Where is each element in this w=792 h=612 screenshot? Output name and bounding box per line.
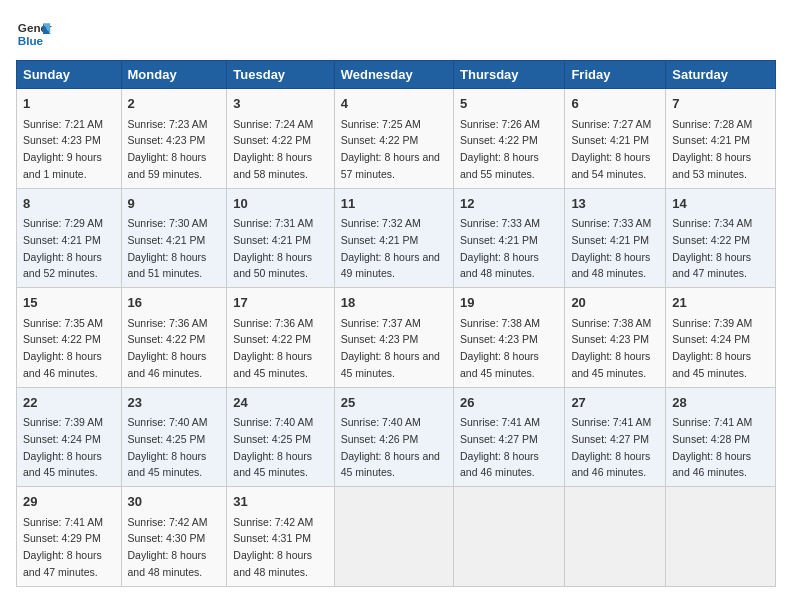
calendar-table: SundayMondayTuesdayWednesdayThursdayFrid… bbox=[16, 60, 776, 587]
col-header-sunday: Sunday bbox=[17, 61, 122, 89]
calendar-cell: 4Sunrise: 7:25 AMSunset: 4:22 PMDaylight… bbox=[334, 89, 453, 189]
cell-info: Sunrise: 7:39 AMSunset: 4:24 PMDaylight:… bbox=[23, 416, 103, 478]
calendar-cell: 18Sunrise: 7:37 AMSunset: 4:23 PMDayligh… bbox=[334, 288, 453, 388]
cell-info: Sunrise: 7:41 AMSunset: 4:27 PMDaylight:… bbox=[571, 416, 651, 478]
day-number: 30 bbox=[128, 492, 221, 512]
day-number: 19 bbox=[460, 293, 558, 313]
cell-info: Sunrise: 7:39 AMSunset: 4:24 PMDaylight:… bbox=[672, 317, 752, 379]
calendar-cell: 28Sunrise: 7:41 AMSunset: 4:28 PMDayligh… bbox=[666, 387, 776, 487]
day-number: 6 bbox=[571, 94, 659, 114]
cell-info: Sunrise: 7:24 AMSunset: 4:22 PMDaylight:… bbox=[233, 118, 313, 180]
calendar-cell: 20Sunrise: 7:38 AMSunset: 4:23 PMDayligh… bbox=[565, 288, 666, 388]
calendar-cell bbox=[666, 487, 776, 587]
cell-info: Sunrise: 7:42 AMSunset: 4:30 PMDaylight:… bbox=[128, 516, 208, 578]
day-number: 4 bbox=[341, 94, 447, 114]
cell-info: Sunrise: 7:27 AMSunset: 4:21 PMDaylight:… bbox=[571, 118, 651, 180]
day-number: 13 bbox=[571, 194, 659, 214]
calendar-cell: 27Sunrise: 7:41 AMSunset: 4:27 PMDayligh… bbox=[565, 387, 666, 487]
cell-info: Sunrise: 7:33 AMSunset: 4:21 PMDaylight:… bbox=[460, 217, 540, 279]
day-number: 7 bbox=[672, 94, 769, 114]
day-number: 21 bbox=[672, 293, 769, 313]
cell-info: Sunrise: 7:38 AMSunset: 4:23 PMDaylight:… bbox=[571, 317, 651, 379]
cell-info: Sunrise: 7:26 AMSunset: 4:22 PMDaylight:… bbox=[460, 118, 540, 180]
day-number: 2 bbox=[128, 94, 221, 114]
header-row: SundayMondayTuesdayWednesdayThursdayFrid… bbox=[17, 61, 776, 89]
calendar-cell: 22Sunrise: 7:39 AMSunset: 4:24 PMDayligh… bbox=[17, 387, 122, 487]
day-number: 5 bbox=[460, 94, 558, 114]
calendar-cell: 7Sunrise: 7:28 AMSunset: 4:21 PMDaylight… bbox=[666, 89, 776, 189]
cell-info: Sunrise: 7:40 AMSunset: 4:25 PMDaylight:… bbox=[233, 416, 313, 478]
cell-info: Sunrise: 7:37 AMSunset: 4:23 PMDaylight:… bbox=[341, 317, 440, 379]
day-number: 18 bbox=[341, 293, 447, 313]
day-number: 10 bbox=[233, 194, 327, 214]
calendar-cell: 16Sunrise: 7:36 AMSunset: 4:22 PMDayligh… bbox=[121, 288, 227, 388]
calendar-cell: 14Sunrise: 7:34 AMSunset: 4:22 PMDayligh… bbox=[666, 188, 776, 288]
cell-info: Sunrise: 7:41 AMSunset: 4:27 PMDaylight:… bbox=[460, 416, 540, 478]
calendar-cell: 10Sunrise: 7:31 AMSunset: 4:21 PMDayligh… bbox=[227, 188, 334, 288]
cell-info: Sunrise: 7:38 AMSunset: 4:23 PMDaylight:… bbox=[460, 317, 540, 379]
calendar-cell: 21Sunrise: 7:39 AMSunset: 4:24 PMDayligh… bbox=[666, 288, 776, 388]
cell-info: Sunrise: 7:31 AMSunset: 4:21 PMDaylight:… bbox=[233, 217, 313, 279]
cell-info: Sunrise: 7:29 AMSunset: 4:21 PMDaylight:… bbox=[23, 217, 103, 279]
header: General Blue bbox=[16, 16, 776, 52]
cell-info: Sunrise: 7:40 AMSunset: 4:26 PMDaylight:… bbox=[341, 416, 440, 478]
cell-info: Sunrise: 7:42 AMSunset: 4:31 PMDaylight:… bbox=[233, 516, 313, 578]
cell-info: Sunrise: 7:36 AMSunset: 4:22 PMDaylight:… bbox=[128, 317, 208, 379]
day-number: 9 bbox=[128, 194, 221, 214]
col-header-saturday: Saturday bbox=[666, 61, 776, 89]
cell-info: Sunrise: 7:21 AMSunset: 4:23 PMDaylight:… bbox=[23, 118, 103, 180]
day-number: 17 bbox=[233, 293, 327, 313]
calendar-cell: 8Sunrise: 7:29 AMSunset: 4:21 PMDaylight… bbox=[17, 188, 122, 288]
logo-icon: General Blue bbox=[16, 16, 52, 52]
calendar-cell bbox=[565, 487, 666, 587]
cell-info: Sunrise: 7:35 AMSunset: 4:22 PMDaylight:… bbox=[23, 317, 103, 379]
calendar-cell bbox=[454, 487, 565, 587]
calendar-cell: 9Sunrise: 7:30 AMSunset: 4:21 PMDaylight… bbox=[121, 188, 227, 288]
day-number: 16 bbox=[128, 293, 221, 313]
calendar-cell: 13Sunrise: 7:33 AMSunset: 4:21 PMDayligh… bbox=[565, 188, 666, 288]
day-number: 1 bbox=[23, 94, 115, 114]
calendar-cell: 12Sunrise: 7:33 AMSunset: 4:21 PMDayligh… bbox=[454, 188, 565, 288]
day-number: 8 bbox=[23, 194, 115, 214]
cell-info: Sunrise: 7:25 AMSunset: 4:22 PMDaylight:… bbox=[341, 118, 440, 180]
cell-info: Sunrise: 7:33 AMSunset: 4:21 PMDaylight:… bbox=[571, 217, 651, 279]
cell-info: Sunrise: 7:32 AMSunset: 4:21 PMDaylight:… bbox=[341, 217, 440, 279]
calendar-cell: 30Sunrise: 7:42 AMSunset: 4:30 PMDayligh… bbox=[121, 487, 227, 587]
day-number: 25 bbox=[341, 393, 447, 413]
day-number: 22 bbox=[23, 393, 115, 413]
calendar-cell: 6Sunrise: 7:27 AMSunset: 4:21 PMDaylight… bbox=[565, 89, 666, 189]
week-row-5: 29Sunrise: 7:41 AMSunset: 4:29 PMDayligh… bbox=[17, 487, 776, 587]
col-header-wednesday: Wednesday bbox=[334, 61, 453, 89]
day-number: 20 bbox=[571, 293, 659, 313]
day-number: 14 bbox=[672, 194, 769, 214]
cell-info: Sunrise: 7:40 AMSunset: 4:25 PMDaylight:… bbox=[128, 416, 208, 478]
logo: General Blue bbox=[16, 16, 52, 52]
calendar-cell: 3Sunrise: 7:24 AMSunset: 4:22 PMDaylight… bbox=[227, 89, 334, 189]
calendar-cell bbox=[334, 487, 453, 587]
day-number: 23 bbox=[128, 393, 221, 413]
svg-text:Blue: Blue bbox=[18, 34, 44, 47]
cell-info: Sunrise: 7:30 AMSunset: 4:21 PMDaylight:… bbox=[128, 217, 208, 279]
calendar-cell: 25Sunrise: 7:40 AMSunset: 4:26 PMDayligh… bbox=[334, 387, 453, 487]
day-number: 29 bbox=[23, 492, 115, 512]
day-number: 26 bbox=[460, 393, 558, 413]
day-number: 24 bbox=[233, 393, 327, 413]
calendar-cell: 17Sunrise: 7:36 AMSunset: 4:22 PMDayligh… bbox=[227, 288, 334, 388]
calendar-cell: 29Sunrise: 7:41 AMSunset: 4:29 PMDayligh… bbox=[17, 487, 122, 587]
day-number: 3 bbox=[233, 94, 327, 114]
week-row-2: 8Sunrise: 7:29 AMSunset: 4:21 PMDaylight… bbox=[17, 188, 776, 288]
day-number: 15 bbox=[23, 293, 115, 313]
calendar-cell: 1Sunrise: 7:21 AMSunset: 4:23 PMDaylight… bbox=[17, 89, 122, 189]
cell-info: Sunrise: 7:41 AMSunset: 4:29 PMDaylight:… bbox=[23, 516, 103, 578]
week-row-4: 22Sunrise: 7:39 AMSunset: 4:24 PMDayligh… bbox=[17, 387, 776, 487]
col-header-monday: Monday bbox=[121, 61, 227, 89]
cell-info: Sunrise: 7:41 AMSunset: 4:28 PMDaylight:… bbox=[672, 416, 752, 478]
cell-info: Sunrise: 7:28 AMSunset: 4:21 PMDaylight:… bbox=[672, 118, 752, 180]
week-row-3: 15Sunrise: 7:35 AMSunset: 4:22 PMDayligh… bbox=[17, 288, 776, 388]
calendar-cell: 31Sunrise: 7:42 AMSunset: 4:31 PMDayligh… bbox=[227, 487, 334, 587]
calendar-cell: 2Sunrise: 7:23 AMSunset: 4:23 PMDaylight… bbox=[121, 89, 227, 189]
calendar-cell: 26Sunrise: 7:41 AMSunset: 4:27 PMDayligh… bbox=[454, 387, 565, 487]
col-header-tuesday: Tuesday bbox=[227, 61, 334, 89]
day-number: 28 bbox=[672, 393, 769, 413]
calendar-cell: 24Sunrise: 7:40 AMSunset: 4:25 PMDayligh… bbox=[227, 387, 334, 487]
